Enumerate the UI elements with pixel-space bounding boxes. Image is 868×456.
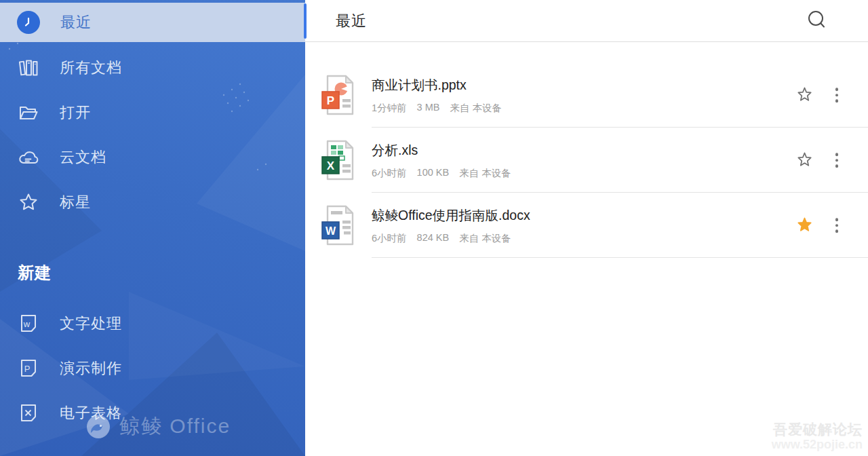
file-size: 3 MB [417, 102, 440, 115]
recent-file-list: P 商业计划书.pptx 1分钟前 3 MB 来自 本设备 [305, 42, 868, 258]
sidebar-item-label: 打开 [60, 102, 91, 123]
forum-watermark-line1: 吾爱破解论坛 [772, 421, 863, 438]
file-row-docx[interactable]: W 鲸鲮Office使用指南版.docx 6小时前 824 KB 来自 本设备 [305, 193, 868, 258]
sidebar-scrollbar-thumb[interactable] [304, 3, 307, 39]
file-name: 鲸鲮Office使用指南版.docx [372, 206, 530, 225]
star-toggle-icon[interactable] [795, 151, 814, 170]
svg-text:P: P [327, 94, 334, 107]
svg-text:X: X [327, 159, 335, 172]
spreadsheet-doc-icon [18, 402, 39, 424]
file-info: 鲸鲮Office使用指南版.docx 6小时前 824 KB 来自 本设备 [372, 206, 530, 245]
sidebar-item-label: 文字处理 [60, 314, 122, 334]
xls-file-icon: X [321, 139, 359, 181]
sidebar-item-cloud-documents[interactable]: 云文档 [0, 135, 305, 180]
docx-file-icon: W [321, 204, 359, 246]
sidebar-item-label: 演示制作 [60, 358, 122, 379]
sidebar-item-open[interactable]: 打开 [0, 90, 305, 135]
file-time: 6小时前 [372, 232, 407, 245]
file-meta: 6小时前 100 KB 来自 本设备 [372, 167, 511, 180]
star-toggle-icon[interactable] [795, 86, 814, 104]
sidebar-item-label: 所有文档 [60, 58, 122, 78]
file-info: 商业计划书.pptx 1分钟前 3 MB 来自 本设备 [372, 76, 502, 115]
more-menu-icon[interactable] [833, 150, 842, 170]
file-meta: 6小时前 824 KB 来自 本设备 [372, 232, 530, 245]
file-name: 分析.xls [372, 141, 511, 159]
all-documents-icon [18, 57, 39, 79]
row-actions [795, 150, 842, 170]
sidebar-item-label: 云文档 [60, 147, 106, 168]
file-origin: 来自 本设备 [459, 232, 511, 245]
sidebar-item-new-word[interactable]: w 文字处理 [0, 301, 305, 346]
file-time: 6小时前 [372, 167, 407, 180]
sidebar-item-recent[interactable]: 最近 [0, 3, 305, 42]
clock-icon [17, 11, 40, 34]
word-doc-icon: w [18, 313, 39, 335]
svg-text:W: W [326, 225, 336, 237]
file-size: 824 KB [417, 232, 450, 245]
main-header: 最近 [305, 0, 868, 42]
file-time: 1分钟前 [372, 102, 407, 115]
file-size: 100 KB [417, 167, 450, 180]
sidebar-item-label: 标星 [60, 192, 91, 212]
main-panel: 最近 [305, 0, 868, 456]
app-window: 最近 所有文档 打开 [0, 0, 868, 456]
svg-text:P: P [24, 364, 31, 374]
forum-watermark: 吾爱破解论坛 www.52pojie.cn [772, 421, 863, 452]
row-actions [795, 85, 842, 105]
presentation-doc-icon: P [18, 358, 39, 379]
sidebar-item-label: 最近 [60, 12, 92, 33]
file-origin: 来自 本设备 [450, 102, 502, 115]
whale-logo-icon [85, 414, 111, 440]
pptx-file-icon: P [321, 74, 359, 116]
brand-watermark-text: 鲸鲮 Office [119, 413, 231, 440]
file-meta: 1分钟前 3 MB 来自 本设备 [372, 102, 502, 115]
folder-open-icon [18, 102, 39, 124]
file-row-xls[interactable]: X 分析.xls 6小时前 100 KB 来自 本设备 [305, 128, 868, 193]
forum-watermark-line2: www.52pojie.cn [772, 438, 863, 452]
svg-text:w: w [23, 319, 31, 329]
cloud-icon [18, 147, 39, 168]
file-info: 分析.xls 6小时前 100 KB 来自 本设备 [372, 141, 511, 180]
file-origin: 来自 本设备 [459, 167, 511, 180]
brand-watermark: 鲸鲮 Office [85, 413, 231, 440]
file-row-pptx[interactable]: P 商业计划书.pptx 1分钟前 3 MB 来自 本设备 [305, 62, 868, 128]
sidebar-item-new-presentation[interactable]: P 演示制作 [0, 346, 305, 391]
star-outline-icon [18, 191, 39, 213]
sidebar: 最近 所有文档 打开 [0, 0, 305, 456]
file-name: 商业计划书.pptx [372, 76, 502, 94]
more-menu-icon[interactable] [833, 215, 842, 235]
row-actions [795, 215, 842, 235]
search-icon[interactable] [807, 10, 829, 33]
sidebar-item-starred[interactable]: 标星 [0, 180, 305, 225]
sidebar-item-all-documents[interactable]: 所有文档 [0, 45, 305, 90]
star-toggle-icon[interactable] [795, 216, 814, 235]
more-menu-icon[interactable] [833, 85, 842, 105]
row-divider [372, 257, 868, 258]
new-section-label: 新建 [18, 262, 52, 284]
page-title: 最近 [336, 11, 367, 31]
